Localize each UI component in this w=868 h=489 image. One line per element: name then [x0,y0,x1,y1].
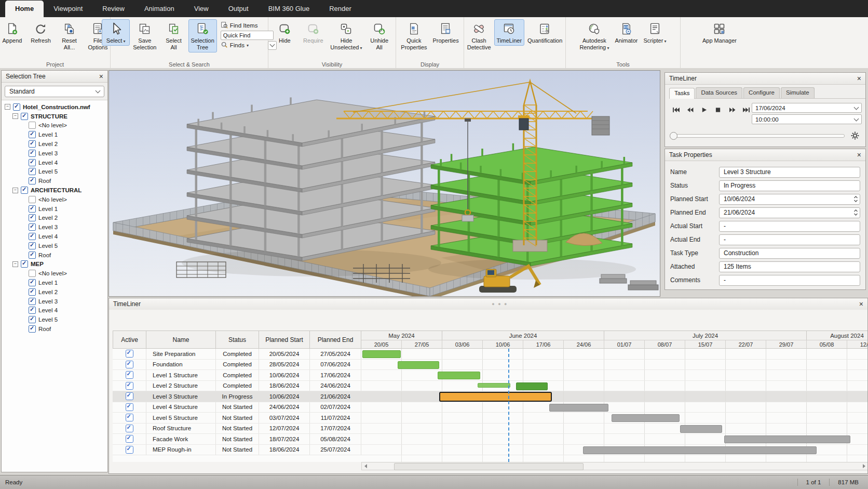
tree-item-roof[interactable]: Roof [2,176,107,186]
gantt-column-header-planned-start[interactable]: Planned Start [259,331,310,349]
gantt-bar-facade-work[interactable] [724,435,851,443]
tree-item-roof[interactable]: Roof [2,324,107,334]
gantt-task-row-level-5-structure[interactable]: Level 5 StructureNot Started03/07/202411… [113,413,867,424]
ribbon-select-all-button[interactable]: Select All [160,19,188,52]
task-active-checkbox[interactable] [126,392,133,400]
collapse-toggle-icon[interactable]: − [12,261,18,267]
comments-field[interactable]: - [719,275,860,286]
task-active-checkbox[interactable] [126,414,133,421]
tree-item-checkbox[interactable] [29,205,36,213]
gantt-bar-roof-structure[interactable] [680,425,722,433]
gantt-task-row-site-preparation[interactable]: Site PreparationCompleted20/05/202427/05… [113,349,867,360]
tree-item-checkbox[interactable] [13,103,20,111]
gantt-bar-level-2-structure[interactable] [478,383,510,388]
ribbon-animator-button[interactable]: Animator [612,19,640,46]
status-field[interactable]: In Progress [719,180,860,191]
actual-start-field[interactable]: - [719,221,860,232]
menu-tab-bim-360-glue[interactable]: BIM 360 Glue [259,1,320,17]
gantt-column-header-planned-end[interactable]: Planned End [310,331,361,349]
simulation-date-select[interactable]: 17/06/2024 [752,103,862,113]
menu-tab-review[interactable]: Review [92,1,134,17]
gantt-task-row-level-4-structure[interactable]: Level 4 StructureNot Started24/06/202402… [113,402,867,413]
tree-item-level-3[interactable]: Level 3 [2,149,107,158]
task-active-checkbox[interactable] [126,361,133,368]
stop-button[interactable] [712,105,724,114]
gantt-column-header-active[interactable]: Active [113,331,146,349]
menu-tab-view[interactable]: View [184,1,219,17]
tree-item-checkbox[interactable] [29,325,36,333]
selection-tree-mode-select[interactable]: Standard [5,86,104,97]
collapse-toggle-icon[interactable]: − [12,188,18,193]
tree-item-checkbox[interactable] [29,270,36,277]
tree-item-hotel-construction-nwf[interactable]: −Hotel_Construction.nwf [2,102,107,112]
ribbon-hide-button[interactable]: Hide [270,19,299,46]
tree-item-level-1[interactable]: Level 1 [2,278,107,287]
tree-item-structure[interactable]: −STRUCTURE [2,112,107,121]
task-active-checkbox[interactable] [126,403,133,411]
tree-item-level-5[interactable]: Level 5 [2,167,107,177]
gantt-task-row-level-3-structure[interactable]: Level 3 StructureIn Progress10/06/202421… [113,391,867,402]
tree-item-checkbox[interactable] [21,113,28,120]
timeliner-tab-tasks[interactable]: Tasks [669,88,695,99]
tree-item-level-5[interactable]: Level 5 [2,315,107,324]
gantt-task-row-level-2-structure[interactable]: Level 2 StructureCompleted18/06/202424/0… [113,381,867,392]
tree-item-checkbox[interactable] [29,196,36,203]
ribbon-scripter-button[interactable]: Scripter ▾ [641,19,669,46]
tree-item-checkbox[interactable] [29,316,36,323]
tree-item-checkbox[interactable] [29,168,36,175]
tree-item-checkbox[interactable] [29,223,36,231]
tree-item-checkbox[interactable] [29,279,36,286]
gantt-column-header-status[interactable]: Status [216,331,259,349]
scroll-left-button[interactable] [362,462,370,470]
collapse-toggle-icon[interactable]: − [12,113,18,119]
gantt-task-row-facade-work[interactable]: Facade WorkNot Started18/07/202405/08/20… [113,434,867,445]
ribbon-append-button[interactable]: Append [0,19,26,46]
ribbon-reset-all-button[interactable]: Reset All... [56,19,84,52]
tree-item-level-2[interactable]: Level 2 [2,214,107,223]
ribbon-select-button[interactable]: Select ▾ [102,19,130,46]
close-icon[interactable]: × [99,73,103,80]
tree-item-checkbox[interactable] [29,122,36,129]
simulation-time-select[interactable]: 10:00:00 [752,114,862,124]
tree-item-level-2[interactable]: Level 2 [2,287,107,297]
tree-item-roof[interactable]: Roof [2,250,107,260]
collapse-toggle-icon[interactable]: − [5,104,10,110]
ribbon-hide-unselected-button[interactable]: Hide Unselected ▾ [328,19,364,52]
ribbon-autodesk-rendering-button[interactable]: Autodesk Rendering ▾ [577,19,612,52]
close-icon[interactable]: × [859,300,863,308]
close-icon[interactable]: × [857,151,861,158]
timeliner-tab-simulate[interactable]: Simulate [781,87,815,98]
task-active-checkbox[interactable] [126,350,133,358]
ribbon-quantification-button[interactable]: Quantification [525,19,565,46]
tree-item-checkbox[interactable] [29,242,36,249]
tree-item-checkbox[interactable] [29,131,36,138]
fast-forward-button[interactable] [726,105,738,114]
skip-end-button[interactable] [740,105,752,114]
tree-item-level-4[interactable]: Level 4 [2,232,107,241]
ribbon-quick-properties-button[interactable]: Quick Properties [398,19,429,52]
gantt-task-row-level-1-structure[interactable]: Level 1 StructureCompleted10/06/202417/0… [113,370,867,381]
gantt-bar-foundation[interactable] [398,361,439,369]
spinner-icon[interactable] [853,208,858,217]
tree-item-level-3[interactable]: Level 3 [2,297,107,306]
ribbon-clash-detective-button[interactable]: Clash Detective [465,19,494,52]
tree-item-checkbox[interactable] [29,177,36,184]
tree-item-level-3[interactable]: Level 3 [2,222,107,232]
tree-item-no-level[interactable]: <No level> [2,121,107,130]
tree-item-checkbox[interactable] [29,288,36,296]
tree-item-checkbox[interactable] [29,214,36,221]
tree-item-level-5[interactable]: Level 5 [2,241,107,250]
close-icon[interactable]: × [857,75,861,82]
menu-tab-render[interactable]: Render [319,1,361,17]
menu-tab-home[interactable]: Home [5,1,44,17]
gantt-bar-level-4-structure[interactable] [549,404,608,412]
tree-item-checkbox[interactable] [29,307,36,314]
quick-find-input[interactable] [221,31,274,40]
tree-item-level-2[interactable]: Level 2 [2,139,107,149]
panel-gripper[interactable]: ● ● ● [141,301,859,307]
timeliner-tab-data-sources[interactable]: Data Sources [696,87,742,98]
rewind-button[interactable] [684,105,696,114]
gantt-task-row-foundation[interactable]: FoundationCompleted28/05/202407/06/2024 [113,360,867,371]
gantt-column-header-name[interactable]: Name [146,331,216,349]
gantt-bar-site-preparation[interactable] [362,350,400,358]
